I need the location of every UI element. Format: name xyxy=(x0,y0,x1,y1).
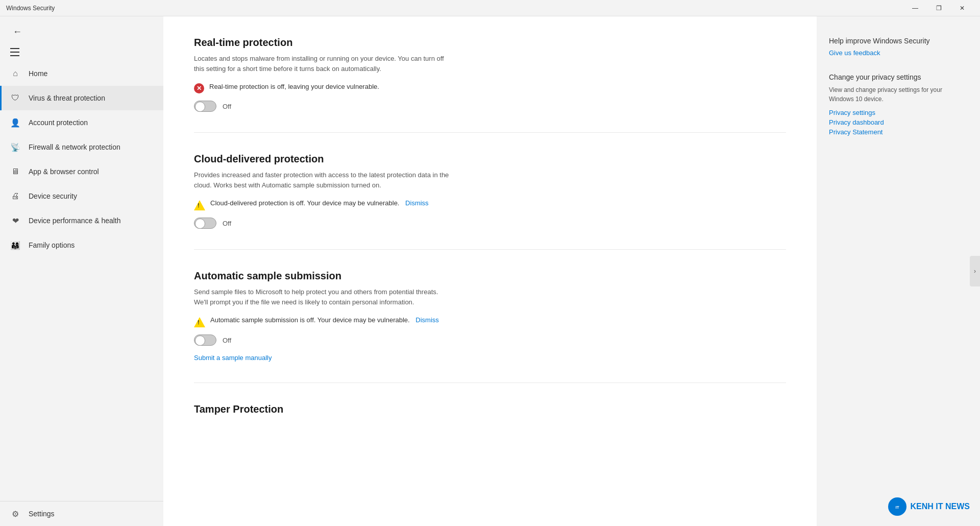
nav-list: ⌂ Home 🛡 Virus & threat protection 👤 Acc… xyxy=(0,61,163,257)
titlebar-controls: — ❐ ✕ xyxy=(903,0,974,16)
warning-icon-2 xyxy=(194,317,205,327)
realtime-warning: ✕ Real-time protection is off, leaving y… xyxy=(194,83,786,93)
virus-icon: 🛡 xyxy=(10,93,20,103)
realtime-title: Real-time protection xyxy=(194,37,786,49)
sidebar-item-label: Device security xyxy=(29,192,77,200)
sample-section: Automatic sample submission Send sample … xyxy=(194,270,786,383)
device-health-icon: ❤ xyxy=(10,216,20,226)
back-button[interactable]: ← xyxy=(8,22,27,41)
sidebar-item-firewall[interactable]: 📡 Firewall & network protection xyxy=(0,135,163,159)
sidebar-item-virus[interactable]: 🛡 Virus & threat protection xyxy=(0,86,163,110)
app-container: ← ⌂ Home 🛡 Virus & threat protection 👤 A… xyxy=(0,16,980,526)
sidebar-item-account[interactable]: 👤 Account protection xyxy=(0,110,163,135)
warning-icon xyxy=(194,200,205,210)
cloud-section: Cloud-delivered protection Provides incr… xyxy=(194,153,786,250)
cloud-toggle-label: Off xyxy=(223,220,231,227)
sidebar-item-home[interactable]: ⌂ Home xyxy=(0,61,163,86)
sample-toggle-label: Off xyxy=(223,337,231,344)
cloud-desc: Provides increased and faster protection… xyxy=(194,170,449,190)
collapse-panel-button[interactable]: › xyxy=(970,256,980,286)
realtime-toggle-row: Off xyxy=(194,101,786,112)
sidebar-bottom: ⚙ Settings xyxy=(0,501,163,526)
titlebar-title: Windows Security xyxy=(6,5,903,12)
settings-label: Settings xyxy=(29,510,55,518)
minimize-button[interactable]: — xyxy=(903,0,927,16)
home-icon: ⌂ xyxy=(10,68,20,79)
titlebar: Windows Security — ❐ ✕ xyxy=(0,0,980,16)
sample-warning: Automatic sample submission is off. Your… xyxy=(194,316,786,327)
cloud-warning-text: Cloud-delivered protection is off. Your … xyxy=(210,199,786,207)
hamburger-button[interactable] xyxy=(6,43,157,61)
privacy-title: Change your privacy settings xyxy=(829,73,968,81)
svg-text:IT: IT xyxy=(895,505,899,510)
family-icon: 👨‍👩‍👧 xyxy=(10,240,20,250)
cloud-toggle-row: Off xyxy=(194,218,786,229)
sidebar-item-device-security[interactable]: 🖨 Device security xyxy=(0,184,163,208)
realtime-section: Real-time protection Locates and stops m… xyxy=(194,37,786,133)
cloud-warning: Cloud-delivered protection is off. Your … xyxy=(194,199,786,210)
sample-toggle-row: Off xyxy=(194,334,786,346)
error-icon: ✕ xyxy=(194,83,204,93)
back-icon: ← xyxy=(13,27,22,37)
sidebar-item-label: Account protection xyxy=(29,118,88,127)
restore-button[interactable]: ❐ xyxy=(927,0,950,16)
sidebar-item-settings[interactable]: ⚙ Settings xyxy=(0,501,163,526)
kenh-logo: IT KENH IT NEWS xyxy=(888,497,970,516)
privacy-desc: View and change privacy settings for you… xyxy=(829,85,968,104)
main-content: Real-time protection Locates and stops m… xyxy=(163,16,817,526)
sidebar-item-label: Device performance & health xyxy=(29,217,121,225)
browser-icon: 🖥 xyxy=(10,166,20,177)
sidebar-item-device-health[interactable]: ❤ Device performance & health xyxy=(0,208,163,233)
sample-desc: Send sample files to Microsoft to help p… xyxy=(194,287,449,307)
tamper-title: Tamper Protection xyxy=(194,403,786,415)
realtime-desc: Locates and stops malware from installin… xyxy=(194,54,449,74)
realtime-toggle[interactable] xyxy=(194,101,216,112)
kenh-logo-icon: IT xyxy=(888,497,906,516)
cloud-dismiss-link[interactable]: Dismiss xyxy=(405,199,429,207)
sidebar-item-family[interactable]: 👨‍👩‍👧 Family options xyxy=(0,233,163,257)
device-security-icon: 🖨 xyxy=(10,191,20,201)
realtime-warning-text: Real-time protection is off, leaving you… xyxy=(209,83,786,90)
right-panel: Help improve Windows Security Give us fe… xyxy=(817,16,980,526)
sample-toggle[interactable] xyxy=(194,334,216,346)
sidebar: ← ⌂ Home 🛡 Virus & threat protection 👤 A… xyxy=(0,16,163,526)
submit-sample-link[interactable]: Submit a sample manually xyxy=(194,354,272,362)
sidebar-item-label: App & browser control xyxy=(29,168,99,176)
realtime-toggle-label: Off xyxy=(223,103,231,110)
cloud-title: Cloud-delivered protection xyxy=(194,153,786,165)
sidebar-item-browser[interactable]: 🖥 App & browser control xyxy=(0,159,163,184)
sidebar-item-label: Firewall & network protection xyxy=(29,143,120,151)
sample-title: Automatic sample submission xyxy=(194,270,786,282)
tamper-section: Tamper Protection xyxy=(194,403,786,441)
sidebar-item-label: Family options xyxy=(29,241,75,249)
hamburger-icon xyxy=(10,47,20,57)
firewall-icon: 📡 xyxy=(10,142,20,152)
sidebar-item-label: Virus & threat protection xyxy=(29,94,105,102)
sample-warning-text: Automatic sample submission is off. Your… xyxy=(210,316,786,324)
sidebar-item-label: Home xyxy=(29,69,47,78)
privacy-section: Change your privacy settings View and ch… xyxy=(829,73,968,136)
help-section: Help improve Windows Security Give us fe… xyxy=(829,37,968,57)
kenh-logo-text: KENH IT NEWS xyxy=(911,502,970,511)
settings-icon: ⚙ xyxy=(10,509,20,519)
privacy-statement-link[interactable]: Privacy Statement xyxy=(829,128,968,136)
privacy-dashboard-link[interactable]: Privacy dashboard xyxy=(829,118,968,126)
account-icon: 👤 xyxy=(10,117,20,128)
close-button[interactable]: ✕ xyxy=(950,0,974,16)
privacy-settings-link[interactable]: Privacy settings xyxy=(829,109,968,116)
chevron-right-icon: › xyxy=(974,268,976,275)
feedback-link[interactable]: Give us feedback xyxy=(829,49,968,57)
sample-dismiss-link[interactable]: Dismiss xyxy=(415,316,439,324)
cloud-toggle[interactable] xyxy=(194,218,216,229)
help-title: Help improve Windows Security xyxy=(829,37,968,45)
